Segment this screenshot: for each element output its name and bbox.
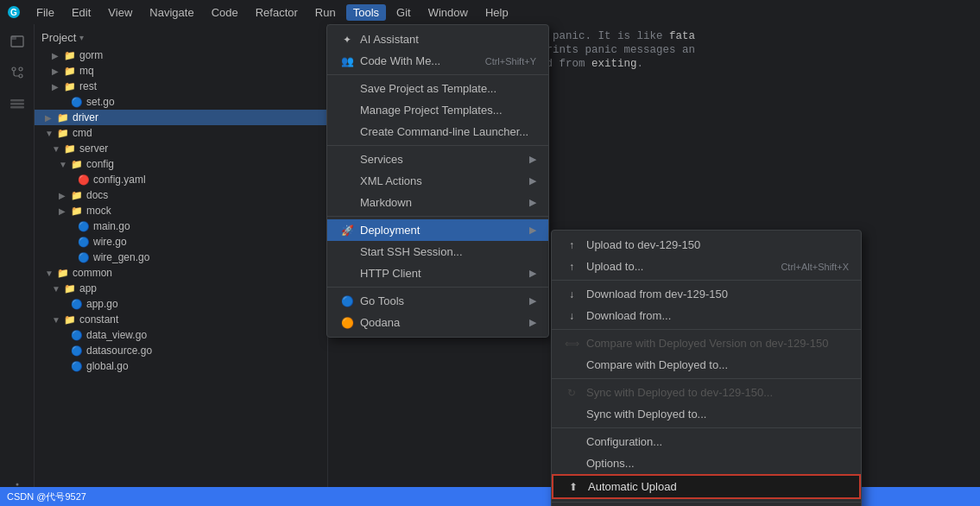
menu-code-with-me[interactable]: 👥 Code With Me... Ctrl+Shift+Y (327, 50, 548, 72)
upload-icon: ↑ (564, 261, 579, 273)
menu-label: Manage Project Templates... (360, 104, 503, 117)
dep-compare-deployed[interactable]: ⟺ Compare with Deployed Version on dev-1… (552, 332, 861, 354)
shortcut-label: Ctrl+Alt+Shift+X (781, 262, 849, 272)
menu-http-client[interactable]: HTTP Client ▶ (327, 262, 548, 284)
menu-navigate[interactable]: Navigate (142, 4, 200, 21)
menu-qodana[interactable]: 🟠 Qodana ▶ (327, 312, 548, 333)
menu-separator (327, 145, 548, 146)
menu-git[interactable]: Git (389, 4, 418, 21)
menu-edit[interactable]: Edit (65, 4, 98, 21)
upload-icon: ↑ (564, 239, 579, 251)
dep-options[interactable]: Options... (552, 452, 861, 474)
arrow-right-icon: ▶ (529, 295, 536, 307)
dep-label: Sync with Deployed to dev-129-150... (586, 386, 773, 399)
menu-label: XML Actions (360, 174, 422, 187)
dep-label: Sync with Deployed to... (586, 408, 706, 421)
menu-manage-templates[interactable]: Manage Project Templates... (327, 99, 548, 121)
go-tools-icon: 🔵 (339, 295, 355, 307)
menu-xml-actions[interactable]: XML Actions ▶ (327, 170, 548, 192)
dep-sync-to[interactable]: Sync with Deployed to... (552, 403, 861, 425)
deployment-icon: 🚀 (339, 225, 355, 237)
arrow-right-icon: ▶ (529, 317, 536, 328)
menu-help[interactable]: Help (478, 4, 515, 21)
menu-label: Deployment (360, 224, 420, 237)
download-icon: ↓ (564, 288, 579, 300)
dep-sync-dev[interactable]: ↻ Sync with Deployed to dev-129-150... (552, 382, 861, 403)
svg-text:G: G (10, 8, 17, 17)
menu-markdown[interactable]: Markdown ▶ (327, 192, 548, 213)
dep-download-from[interactable]: ↓ Download from... (552, 305, 861, 326)
dep-upload-to-dev[interactable]: ↑ Upload to dev-129-150 (552, 234, 861, 256)
menu-go-tools[interactable]: 🔵 Go Tools ▶ (327, 290, 548, 312)
menu-separator (327, 74, 548, 75)
qodana-icon: 🟠 (339, 317, 355, 329)
menu-ai-assistant[interactable]: ✦ AI Assistant (327, 28, 548, 50)
dep-label: Automatic Upload (588, 480, 677, 493)
menu-tools[interactable]: Tools (346, 4, 386, 21)
menu-separator (552, 329, 861, 330)
menu-label: Markdown (360, 196, 412, 209)
menu-services[interactable]: Services ▶ (327, 149, 548, 170)
dep-compare-to[interactable]: Compare with Deployed to... (552, 354, 861, 376)
menu-separator (552, 427, 861, 428)
app-logo: G (7, 5, 21, 19)
menu-label: Start SSH Session... (360, 245, 463, 258)
deployment-submenu: ↑ Upload to dev-129-150 ↑ Upload to... C… (551, 230, 862, 506)
dep-configuration[interactable]: Configuration... (552, 431, 861, 452)
auto-upload-icon: ⬆ (566, 481, 581, 493)
arrow-right-icon: ▶ (529, 154, 536, 165)
arrow-right-icon: ▶ (529, 175, 536, 187)
menu-separator (327, 216, 548, 217)
menu-label: HTTP Client (360, 267, 421, 280)
dep-download-from-dev[interactable]: ↓ Download from dev-129-150 (552, 283, 861, 305)
menu-deployment[interactable]: 🚀 Deployment ▶ (327, 219, 548, 241)
menu-separator (552, 502, 861, 503)
menu-label: Qodana (360, 316, 400, 329)
arrow-right-icon: ▶ (529, 225, 536, 236)
title-bar: G File Edit View Navigate Code Refactor … (0, 0, 980, 24)
arrow-right-icon: ▶ (529, 197, 536, 208)
dep-label: Download from... (586, 309, 671, 322)
menu-label: Go Tools (360, 294, 404, 307)
menu-window[interactable]: Window (421, 4, 475, 21)
menu-label: Services (360, 153, 403, 166)
menu-run[interactable]: Run (308, 4, 343, 21)
menu-refactor[interactable]: Refactor (249, 4, 305, 21)
dep-label: Configuration... (586, 435, 662, 448)
menu-start-ssh[interactable]: Start SSH Session... (327, 241, 548, 262)
dep-automatic-upload[interactable]: ⬆ Automatic Upload (552, 474, 861, 499)
dep-label: Compare with Deployed Version on dev-129… (586, 337, 828, 350)
menu-create-launcher[interactable]: Create Command-line Launcher... (327, 121, 548, 142)
dep-label: Download from dev-129-150 (586, 288, 728, 300)
menu-separator (552, 280, 861, 281)
menu-separator (327, 287, 548, 288)
menu-label: Create Command-line Launcher... (360, 125, 528, 138)
menu-label: Save Project as Template... (360, 82, 496, 95)
download-icon: ↓ (564, 310, 579, 322)
dep-upload-to[interactable]: ↑ Upload to... Ctrl+Alt+Shift+X (552, 256, 861, 277)
shortcut-label: Ctrl+Shift+Y (485, 56, 536, 66)
compare-icon: ⟺ (564, 338, 579, 350)
collab-icon: 👥 (339, 55, 355, 67)
tools-menu: ✦ AI Assistant 👥 Code With Me... Ctrl+Sh… (326, 24, 549, 338)
menu-code[interactable]: Code (205, 4, 245, 21)
menu-label: AI Assistant (360, 33, 419, 46)
dep-label: Compare with Deployed to... (586, 358, 728, 371)
dep-label: Upload to dev-129-150 (586, 238, 700, 251)
menu-label: Code With Me... (360, 54, 440, 67)
menu-view[interactable]: View (101, 4, 139, 21)
dropdown-overlay: ✦ AI Assistant 👥 Code With Me... Ctrl+Sh… (0, 24, 980, 506)
menu-separator (552, 378, 861, 379)
sync-icon: ↻ (564, 387, 579, 399)
dep-label: Options... (586, 457, 635, 470)
menu-file[interactable]: File (29, 4, 61, 21)
ai-icon: ✦ (339, 34, 355, 46)
arrow-right-icon: ▶ (529, 268, 536, 279)
menu-save-template[interactable]: Save Project as Template... (327, 78, 548, 99)
dep-label: Upload to... (586, 260, 644, 273)
